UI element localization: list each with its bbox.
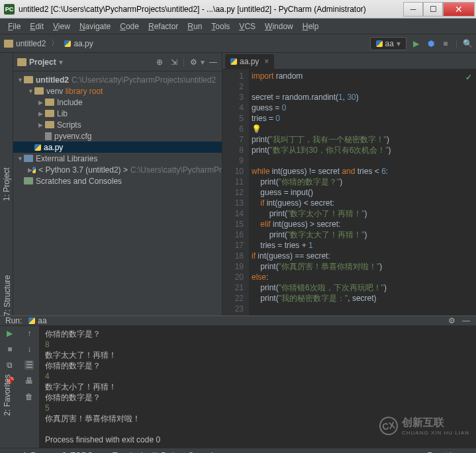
breadcrumb-file: aa.py: [73, 39, 93, 48]
menu-help[interactable]: Help: [299, 21, 323, 32]
collapse-icon[interactable]: ⇲: [169, 58, 179, 67]
breadcrumb[interactable]: untitled2 〉 aa.py: [4, 38, 93, 49]
window-title: untitled2 [C:\Users\catty\PycharmProject…: [19, 5, 403, 14]
sidebar-tab-favorites[interactable]: 2: Favorites: [1, 370, 13, 420]
menu-file[interactable]: File: [4, 21, 24, 32]
sidebar-tab-structure[interactable]: 7: Structure: [1, 271, 13, 320]
hide-icon[interactable]: —: [461, 316, 471, 325]
status-run[interactable]: ▶4: Run: [13, 451, 45, 454]
tree-external-libs[interactable]: ▼External Libraries: [13, 153, 222, 164]
menu-tools[interactable]: Tools: [207, 21, 234, 32]
status-terminal[interactable]: ▣ Terminal: [103, 451, 142, 454]
gutter: 1234567891011121314151617181920212223: [222, 69, 249, 315]
print-icon[interactable]: 🖶: [24, 376, 34, 386]
toolwin-icon[interactable]: ▣: [4, 451, 13, 454]
target-icon[interactable]: ⊕: [155, 58, 164, 67]
gear-icon[interactable]: ⚙: [189, 58, 198, 67]
menu-run[interactable]: Run: [183, 21, 206, 32]
minimize-button[interactable]: ─: [403, 2, 423, 17]
tree-lib[interactable]: ▶Lib: [13, 108, 222, 119]
maximize-button[interactable]: ☐: [423, 2, 443, 17]
python-file-icon: [230, 58, 237, 65]
gear-icon[interactable]: ⚙: [447, 316, 456, 325]
editor-tab-aa[interactable]: aa.py ×: [225, 54, 274, 69]
menu-window[interactable]: Window: [261, 21, 297, 32]
menu-navigate[interactable]: Navigate: [75, 21, 115, 32]
tree-include[interactable]: ▶Include: [13, 97, 222, 108]
pycharm-icon: PC: [4, 4, 15, 15]
rerun-icon[interactable]: ▶: [5, 329, 15, 338]
debug-icon[interactable]: ⬢: [426, 39, 436, 48]
project-panel-title: Project: [29, 58, 56, 67]
menu-vcs[interactable]: VCS: [235, 21, 260, 32]
menu-edit[interactable]: Edit: [26, 21, 48, 32]
run-config-selector[interactable]: aa ▾: [370, 37, 406, 50]
run-icon[interactable]: ▶: [412, 39, 421, 48]
python-file-icon: [376, 40, 383, 47]
wrap-icon[interactable]: ☰: [24, 360, 34, 370]
stop-icon[interactable]: ■: [441, 39, 450, 48]
tree-pyvenv[interactable]: pyvenv.cfg: [13, 130, 222, 142]
run-tab[interactable]: aa: [28, 316, 46, 325]
python-file-icon: [64, 40, 71, 47]
menu-bar: FileEditViewNavigateCodeRefactorRunTools…: [0, 19, 476, 34]
close-tab-icon[interactable]: ×: [264, 57, 269, 66]
menu-code[interactable]: Code: [116, 21, 143, 32]
tree-python37[interactable]: ▶< Python 3.7 (untitled2) >C:\Users\catt…: [13, 164, 222, 175]
status-todo[interactable]: ≡ 6: TODO: [54, 451, 93, 454]
tree-aa[interactable]: aa.py: [13, 142, 222, 153]
tree-root[interactable]: ▼untitled2C:\Users\catty\PycharmProjects…: [13, 74, 222, 85]
tree-scripts[interactable]: ▶Scripts: [13, 119, 222, 130]
chevron-down-icon: ▾: [397, 39, 401, 48]
layout-icon[interactable]: ⧉: [5, 360, 15, 370]
bulb-icon[interactable]: 💡: [252, 124, 262, 134]
status-pyconsole[interactable]: Python Console: [152, 451, 217, 454]
down-icon[interactable]: ↓: [24, 345, 34, 354]
watermark: CX 创新互联 CHUANG XIN HU LIAN: [379, 416, 469, 436]
chevron-down-icon: ▾: [201, 58, 205, 67]
chevron-right-icon: 〉: [51, 38, 59, 49]
breadcrumb-root: untitled2: [16, 39, 46, 48]
run-config-label: aa: [385, 39, 394, 48]
tree-scratches[interactable]: Scratches and Consoles: [13, 175, 222, 186]
code-source[interactable]: import random secret = random.randint(1,…: [249, 69, 476, 315]
hide-icon[interactable]: —: [209, 58, 218, 67]
search-icon[interactable]: 🔍: [463, 39, 472, 48]
folder-icon: [4, 40, 13, 48]
status-eventlog[interactable]: ▤ Event Log: [417, 451, 463, 454]
menu-refactor[interactable]: Refactor: [144, 21, 182, 32]
close-button[interactable]: ✕: [443, 2, 475, 17]
up-icon[interactable]: ↑: [24, 329, 34, 338]
chevron-down-icon[interactable]: ▾: [59, 58, 63, 67]
stop-icon[interactable]: ■: [5, 345, 15, 354]
folder-icon: [17, 58, 26, 66]
tree-venv[interactable]: ▼venv library root: [13, 85, 222, 97]
trash-icon[interactable]: 🗑: [24, 392, 34, 401]
menu-view[interactable]: View: [49, 21, 74, 32]
editor-tab-label: aa.py: [240, 57, 259, 66]
